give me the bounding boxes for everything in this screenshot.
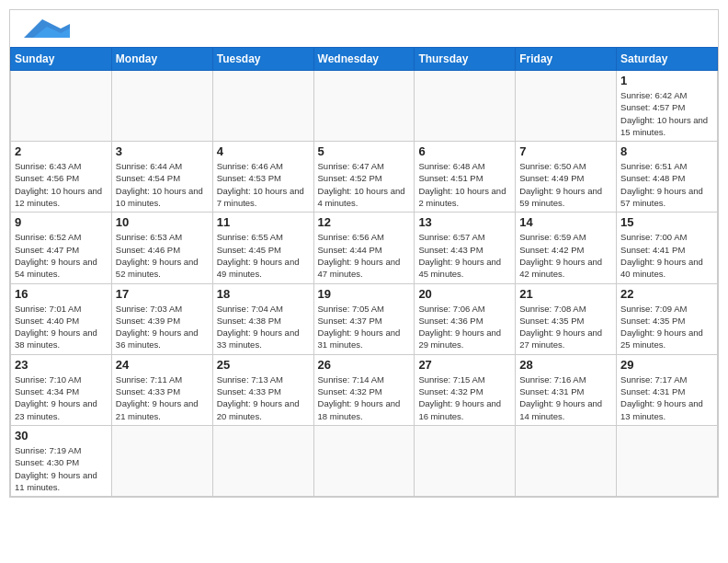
calendar-header-sunday: Sunday xyxy=(11,48,112,71)
day-info: Sunrise: 7:04 AM Sunset: 4:38 PM Dayligh… xyxy=(217,303,310,351)
calendar-cell: 10Sunrise: 6:53 AM Sunset: 4:46 PM Dayli… xyxy=(111,213,212,283)
day-info: Sunrise: 7:10 AM Sunset: 4:34 PM Dayligh… xyxy=(15,373,108,422)
calendar-cell: 22Sunrise: 7:09 AM Sunset: 4:35 PM Dayli… xyxy=(617,283,718,354)
calendar-cell xyxy=(111,71,212,142)
calendar-cell: 14Sunrise: 6:59 AM Sunset: 4:42 PM Dayli… xyxy=(516,213,617,283)
calendar-cell: 29Sunrise: 7:17 AM Sunset: 4:31 PM Dayli… xyxy=(617,354,718,425)
calendar-header-tuesday: Tuesday xyxy=(212,48,313,71)
calendar-cell: 11Sunrise: 6:55 AM Sunset: 4:45 PM Dayli… xyxy=(212,213,313,283)
calendar-page: SundayMondayTuesdayWednesdayThursdayFrid… xyxy=(9,9,719,498)
calendar-cell: 27Sunrise: 7:15 AM Sunset: 4:32 PM Dayli… xyxy=(415,354,516,425)
logo-icon xyxy=(24,19,70,38)
day-info: Sunrise: 6:56 AM Sunset: 4:44 PM Dayligh… xyxy=(318,231,411,280)
calendar-week-row: 16Sunrise: 7:01 AM Sunset: 4:40 PM Dayli… xyxy=(11,283,718,354)
day-info: Sunrise: 6:43 AM Sunset: 4:56 PM Dayligh… xyxy=(15,160,108,209)
calendar-header-thursday: Thursday xyxy=(415,48,516,71)
day-number: 14 xyxy=(519,215,612,229)
calendar-cell xyxy=(516,425,617,496)
calendar-cell: 20Sunrise: 7:06 AM Sunset: 4:36 PM Dayli… xyxy=(415,283,516,354)
day-info: Sunrise: 7:16 AM Sunset: 4:31 PM Dayligh… xyxy=(519,373,612,422)
calendar-header-friday: Friday xyxy=(516,48,617,71)
day-info: Sunrise: 6:46 AM Sunset: 4:53 PM Dayligh… xyxy=(217,160,310,209)
calendar-cell: 7Sunrise: 6:50 AM Sunset: 4:49 PM Daylig… xyxy=(516,142,617,213)
day-info: Sunrise: 6:53 AM Sunset: 4:46 PM Dayligh… xyxy=(116,231,209,280)
day-info: Sunrise: 7:15 AM Sunset: 4:32 PM Dayligh… xyxy=(418,373,511,422)
day-number: 21 xyxy=(519,287,612,301)
day-number: 3 xyxy=(116,144,209,158)
calendar-week-row: 1Sunrise: 6:42 AM Sunset: 4:57 PM Daylig… xyxy=(11,71,718,142)
calendar-header-row: SundayMondayTuesdayWednesdayThursdayFrid… xyxy=(11,48,718,71)
day-info: Sunrise: 7:09 AM Sunset: 4:35 PM Dayligh… xyxy=(620,303,713,351)
day-number: 10 xyxy=(116,215,209,229)
day-info: Sunrise: 6:42 AM Sunset: 4:57 PM Dayligh… xyxy=(620,89,713,138)
calendar-cell: 28Sunrise: 7:16 AM Sunset: 4:31 PM Dayli… xyxy=(516,354,617,425)
calendar-cell: 12Sunrise: 6:56 AM Sunset: 4:44 PM Dayli… xyxy=(313,213,415,283)
day-number: 19 xyxy=(318,287,411,301)
day-info: Sunrise: 6:52 AM Sunset: 4:47 PM Dayligh… xyxy=(15,231,108,280)
day-number: 25 xyxy=(217,358,310,372)
calendar-cell: 26Sunrise: 7:14 AM Sunset: 4:32 PM Dayli… xyxy=(313,354,415,425)
calendar-header-wednesday: Wednesday xyxy=(313,48,415,71)
calendar-week-row: 23Sunrise: 7:10 AM Sunset: 4:34 PM Dayli… xyxy=(11,354,718,425)
calendar-week-row: 30Sunrise: 7:19 AM Sunset: 4:30 PM Dayli… xyxy=(11,425,718,496)
day-number: 11 xyxy=(217,215,310,229)
calendar-header-saturday: Saturday xyxy=(617,48,718,71)
day-info: Sunrise: 7:05 AM Sunset: 4:37 PM Dayligh… xyxy=(318,303,411,351)
calendar-cell: 19Sunrise: 7:05 AM Sunset: 4:37 PM Dayli… xyxy=(313,283,415,354)
day-number: 24 xyxy=(116,358,209,372)
day-info: Sunrise: 6:55 AM Sunset: 4:45 PM Dayligh… xyxy=(217,231,310,280)
day-number: 13 xyxy=(418,215,511,229)
calendar-cell: 23Sunrise: 7:10 AM Sunset: 4:34 PM Dayli… xyxy=(11,354,112,425)
day-number: 29 xyxy=(620,358,713,372)
day-info: Sunrise: 7:19 AM Sunset: 4:30 PM Dayligh… xyxy=(15,444,108,493)
day-info: Sunrise: 7:06 AM Sunset: 4:36 PM Dayligh… xyxy=(418,303,511,351)
calendar-cell: 25Sunrise: 7:13 AM Sunset: 4:33 PM Dayli… xyxy=(212,354,313,425)
calendar-cell: 24Sunrise: 7:11 AM Sunset: 4:33 PM Dayli… xyxy=(111,354,212,425)
day-info: Sunrise: 7:11 AM Sunset: 4:33 PM Dayligh… xyxy=(116,373,209,422)
day-number: 28 xyxy=(519,358,612,372)
day-number: 6 xyxy=(418,144,511,158)
day-info: Sunrise: 6:57 AM Sunset: 4:43 PM Dayligh… xyxy=(418,231,511,280)
day-number: 30 xyxy=(15,429,108,442)
day-number: 9 xyxy=(15,215,108,229)
calendar-cell: 2Sunrise: 6:43 AM Sunset: 4:56 PM Daylig… xyxy=(11,142,112,213)
calendar-cell: 5Sunrise: 6:47 AM Sunset: 4:52 PM Daylig… xyxy=(313,142,415,213)
calendar-cell xyxy=(111,425,212,496)
calendar-cell: 6Sunrise: 6:48 AM Sunset: 4:51 PM Daylig… xyxy=(415,142,516,213)
calendar-cell xyxy=(415,71,516,142)
calendar-cell xyxy=(313,71,415,142)
calendar-cell: 3Sunrise: 6:44 AM Sunset: 4:54 PM Daylig… xyxy=(111,142,212,213)
calendar-week-row: 9Sunrise: 6:52 AM Sunset: 4:47 PM Daylig… xyxy=(11,213,718,283)
day-info: Sunrise: 7:08 AM Sunset: 4:35 PM Dayligh… xyxy=(519,303,612,351)
day-number: 20 xyxy=(418,287,511,301)
day-number: 22 xyxy=(620,287,713,301)
day-number: 2 xyxy=(15,144,108,158)
calendar-cell xyxy=(212,425,313,496)
day-info: Sunrise: 7:17 AM Sunset: 4:31 PM Dayligh… xyxy=(620,373,713,422)
day-number: 16 xyxy=(15,287,108,301)
calendar-cell: 13Sunrise: 6:57 AM Sunset: 4:43 PM Dayli… xyxy=(415,213,516,283)
calendar-cell: 16Sunrise: 7:01 AM Sunset: 4:40 PM Dayli… xyxy=(11,283,112,354)
day-number: 17 xyxy=(116,287,209,301)
day-number: 26 xyxy=(318,358,411,372)
day-info: Sunrise: 6:50 AM Sunset: 4:49 PM Dayligh… xyxy=(519,160,612,209)
calendar-cell: 8Sunrise: 6:51 AM Sunset: 4:48 PM Daylig… xyxy=(617,142,718,213)
day-info: Sunrise: 7:00 AM Sunset: 4:41 PM Dayligh… xyxy=(620,231,713,280)
calendar-cell: 17Sunrise: 7:03 AM Sunset: 4:39 PM Dayli… xyxy=(111,283,212,354)
calendar-cell: 9Sunrise: 6:52 AM Sunset: 4:47 PM Daylig… xyxy=(11,213,112,283)
day-number: 27 xyxy=(418,358,511,372)
day-info: Sunrise: 6:48 AM Sunset: 4:51 PM Dayligh… xyxy=(418,160,511,209)
day-number: 8 xyxy=(620,144,713,158)
calendar-cell xyxy=(212,71,313,142)
day-info: Sunrise: 7:03 AM Sunset: 4:39 PM Dayligh… xyxy=(116,303,209,351)
day-number: 12 xyxy=(318,215,411,229)
day-number: 1 xyxy=(620,74,713,87)
day-info: Sunrise: 6:59 AM Sunset: 4:42 PM Dayligh… xyxy=(519,231,612,280)
calendar-cell xyxy=(617,425,718,496)
calendar-cell: 4Sunrise: 6:46 AM Sunset: 4:53 PM Daylig… xyxy=(212,142,313,213)
day-number: 4 xyxy=(217,144,310,158)
calendar-cell xyxy=(313,425,415,496)
day-info: Sunrise: 6:44 AM Sunset: 4:54 PM Dayligh… xyxy=(116,160,209,209)
calendar-week-row: 2Sunrise: 6:43 AM Sunset: 4:56 PM Daylig… xyxy=(11,142,718,213)
calendar-cell: 15Sunrise: 7:00 AM Sunset: 4:41 PM Dayli… xyxy=(617,213,718,283)
